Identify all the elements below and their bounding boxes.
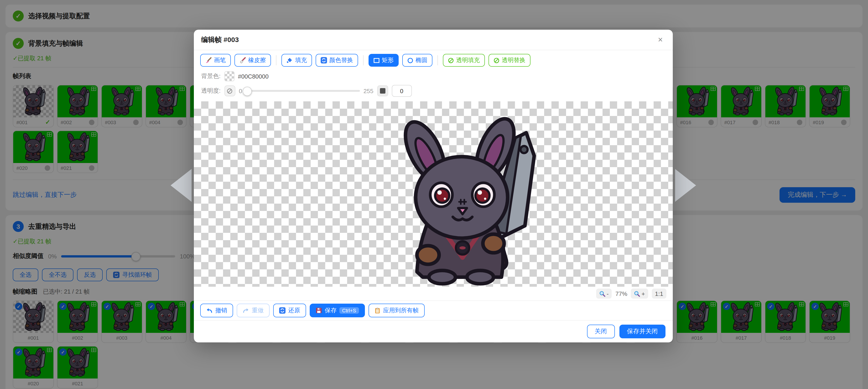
tool-color-replace-button[interactable]: 颜色替换 bbox=[316, 54, 358, 67]
swap-icon bbox=[321, 57, 327, 63]
save-and-close-button[interactable]: 保存并关闭 bbox=[619, 325, 665, 338]
edit-canvas[interactable] bbox=[194, 101, 673, 287]
tool-label: 画笔 bbox=[214, 56, 226, 64]
eraser-icon bbox=[240, 57, 246, 63]
undo-button[interactable]: 撤销 bbox=[200, 304, 233, 317]
opacity-slider[interactable] bbox=[246, 90, 360, 92]
bucket-icon bbox=[286, 57, 293, 63]
tool-ellipse-button[interactable]: 椭圆 bbox=[402, 54, 432, 67]
redo-icon bbox=[243, 307, 249, 313]
opacity-value-input[interactable]: 0 bbox=[392, 85, 412, 97]
modal-close-button[interactable]: 关闭 bbox=[587, 325, 615, 338]
tool-eraser-button[interactable]: 橡皮擦 bbox=[235, 54, 271, 67]
toolbar-divider bbox=[363, 55, 364, 65]
edit-frame-modal: 编辑帧 #003 × 画笔橡皮擦填充颜色替换矩形椭圆透明填充透明替换 背景色: … bbox=[194, 30, 673, 342]
redo-button[interactable]: 重做 bbox=[237, 304, 270, 317]
save-button[interactable]: 保存 Ctrl+S bbox=[310, 304, 365, 317]
zoom-in-button[interactable]: + bbox=[631, 288, 648, 299]
prev-frame-arrow[interactable] bbox=[170, 169, 192, 202]
restore-icon bbox=[279, 307, 285, 314]
tool-label: 填充 bbox=[295, 56, 307, 64]
opacity-max-label: 255 bbox=[364, 87, 373, 94]
floppy-icon bbox=[316, 307, 322, 314]
next-frame-arrow[interactable] bbox=[675, 169, 696, 202]
apply-all-frames-button[interactable]: 应用到所有帧 bbox=[369, 304, 425, 317]
zoom-percent: 77% bbox=[616, 290, 627, 297]
tool-transparent-replace-button[interactable]: 透明替换 bbox=[489, 54, 530, 67]
opacity-color-preview[interactable] bbox=[377, 85, 388, 96]
close-icon[interactable]: × bbox=[655, 35, 665, 44]
rect-icon bbox=[374, 58, 379, 63]
tool-label: 橡皮擦 bbox=[248, 56, 266, 64]
tool-label: 透明填充 bbox=[456, 56, 480, 64]
ellipse-icon bbox=[407, 57, 413, 63]
clipboard-icon bbox=[374, 307, 380, 314]
slash-icon bbox=[227, 88, 232, 94]
tool-brush-button[interactable]: 画笔 bbox=[200, 54, 231, 67]
zoom-actual-button[interactable]: 1:1 bbox=[652, 288, 666, 299]
toolbar-divider bbox=[276, 55, 276, 65]
opacity-label: 透明度: bbox=[201, 87, 220, 95]
bg-color-label: 背景色: bbox=[201, 72, 220, 80]
tool-label: 颜色替换 bbox=[329, 56, 353, 64]
brush-icon bbox=[205, 57, 212, 63]
bg-color-swatch[interactable] bbox=[224, 71, 234, 81]
tool-transparent-fill-button[interactable]: 透明填充 bbox=[443, 54, 485, 67]
undo-icon bbox=[206, 307, 213, 313]
rabbit-frame-image bbox=[374, 114, 552, 287]
tool-rect-button[interactable]: 矩形 bbox=[369, 54, 399, 67]
toolbar-divider bbox=[437, 55, 438, 65]
transparent-toggle-button[interactable] bbox=[224, 85, 235, 96]
tool-label: 椭圆 bbox=[415, 56, 427, 64]
magnifier-icon bbox=[599, 290, 605, 297]
slash-green-icon bbox=[448, 57, 454, 63]
modal-title: 编辑帧 #003 bbox=[201, 35, 239, 44]
tool-toolbar: 画笔橡皮擦填充颜色替换矩形椭圆透明填充透明替换 bbox=[194, 50, 673, 68]
save-shortcut-badge: Ctrl+S bbox=[339, 307, 359, 314]
tool-fill-button[interactable]: 填充 bbox=[281, 54, 312, 67]
restore-button[interactable]: 还原 bbox=[273, 304, 306, 317]
magnifier-icon bbox=[634, 290, 640, 297]
opacity-min-label: 0 bbox=[239, 87, 242, 94]
zoom-out-button[interactable]: - bbox=[596, 288, 612, 299]
slash-green-icon bbox=[494, 57, 499, 63]
bg-color-value: #00C80000 bbox=[238, 73, 269, 80]
tool-label: 透明替换 bbox=[502, 56, 525, 64]
tool-label: 矩形 bbox=[382, 56, 394, 64]
opacity-slider-handle[interactable] bbox=[243, 87, 252, 96]
